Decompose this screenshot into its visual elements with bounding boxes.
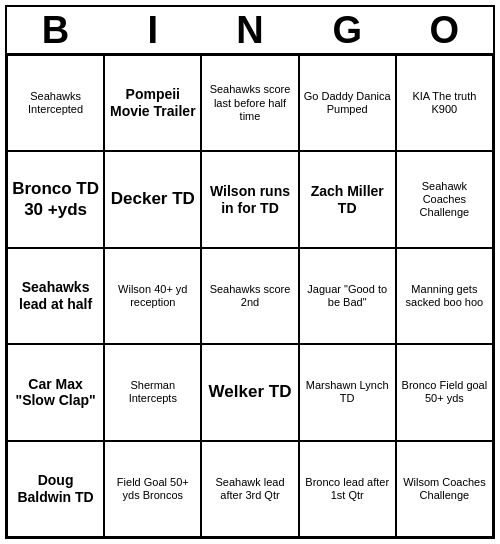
bingo-cell-14[interactable]: Manning gets sacked boo hoo [396, 248, 493, 344]
bingo-cell-4[interactable]: KIA The truth K900 [396, 55, 493, 151]
bingo-cell-22[interactable]: Seahawk lead after 3rd Qtr [201, 441, 298, 537]
bingo-cell-16[interactable]: Sherman Intercepts [104, 344, 201, 440]
bingo-letter-N: N [201, 11, 298, 49]
bingo-cell-17[interactable]: Welker TD [201, 344, 298, 440]
bingo-cell-21[interactable]: Field Goal 50+ yds Broncos [104, 441, 201, 537]
bingo-cell-11[interactable]: Wilson 40+ yd reception [104, 248, 201, 344]
bingo-cell-20[interactable]: Doug Baldwin TD [7, 441, 104, 537]
bingo-header: BINGO [7, 7, 493, 53]
bingo-card: BINGO Seahawks InterceptedPompeii Movie … [5, 5, 495, 539]
bingo-cell-23[interactable]: Bronco lead after 1st Qtr [299, 441, 396, 537]
bingo-cell-2[interactable]: Seahawks score last before half time [201, 55, 298, 151]
bingo-cell-8[interactable]: Zach Miller TD [299, 151, 396, 247]
bingo-cell-0[interactable]: Seahawks Intercepted [7, 55, 104, 151]
bingo-cell-3[interactable]: Go Daddy Danica Pumped [299, 55, 396, 151]
bingo-cell-12[interactable]: Seahawks score 2nd [201, 248, 298, 344]
bingo-grid: Seahawks InterceptedPompeii Movie Traile… [7, 53, 493, 537]
bingo-cell-1[interactable]: Pompeii Movie Trailer [104, 55, 201, 151]
bingo-cell-7[interactable]: Wilson runs in for TD [201, 151, 298, 247]
bingo-cell-10[interactable]: Seahawks lead at half [7, 248, 104, 344]
bingo-letter-G: G [299, 11, 396, 49]
bingo-letter-I: I [104, 11, 201, 49]
bingo-cell-13[interactable]: Jaguar "Good to be Bad" [299, 248, 396, 344]
bingo-letter-B: B [7, 11, 104, 49]
bingo-cell-24[interactable]: Wilsom Coaches Challenge [396, 441, 493, 537]
bingo-cell-5[interactable]: Bronco TD 30 +yds [7, 151, 104, 247]
bingo-letter-O: O [396, 11, 493, 49]
bingo-cell-9[interactable]: Seahawk Coaches Challenge [396, 151, 493, 247]
bingo-cell-18[interactable]: Marshawn Lynch TD [299, 344, 396, 440]
bingo-cell-19[interactable]: Bronco Field goal 50+ yds [396, 344, 493, 440]
bingo-cell-15[interactable]: Car Max "Slow Clap" [7, 344, 104, 440]
bingo-cell-6[interactable]: Decker TD [104, 151, 201, 247]
